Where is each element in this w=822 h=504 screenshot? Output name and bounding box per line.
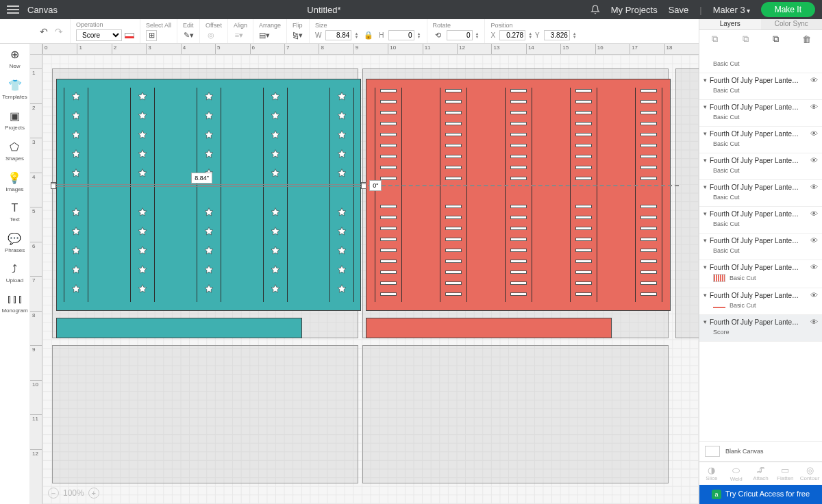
- chevron-down-icon[interactable]: ▾: [703, 157, 707, 164]
- line-swatch[interactable]: [125, 33, 134, 38]
- images-icon: 💡: [8, 171, 21, 184]
- chevron-down-icon[interactable]: ▾: [703, 318, 707, 325]
- chevron-down-icon[interactable]: ▾: [703, 77, 707, 84]
- save-button[interactable]: Save: [669, 5, 689, 15]
- star-icon: [71, 265, 81, 275]
- layer-row[interactable]: ▾Fourth Of July Paper Lante…👁Basic Cut: [699, 180, 822, 207]
- star-icon: [337, 246, 347, 255]
- blank-canvas-row[interactable]: Blank Canvas: [699, 441, 822, 462]
- op-contour: ◎Contour: [797, 462, 822, 485]
- y-stepper[interactable]: ▲▼: [573, 32, 577, 39]
- tab-color-sync[interactable]: Color Sync: [761, 19, 823, 29]
- slot: [380, 249, 397, 252]
- rotate-input[interactable]: [447, 30, 473, 40]
- mat-5[interactable]: [362, 345, 668, 483]
- layer-operation: Basic Cut: [713, 140, 740, 147]
- red-tab[interactable]: [366, 318, 612, 338]
- slot: [640, 144, 657, 147]
- chevron-down-icon[interactable]: ▾: [703, 237, 707, 244]
- width-stepper[interactable]: ▲▼: [354, 32, 358, 39]
- zoom-out-button[interactable]: −: [48, 488, 59, 499]
- layer-swatch: [713, 274, 725, 282]
- redo-button[interactable]: ↷: [55, 26, 63, 37]
- canvas-area[interactable]: 0123456789101112131415161718 12345678910…: [30, 44, 699, 504]
- left-rail-text[interactable]: TText: [10, 202, 20, 223]
- slot: [510, 155, 527, 158]
- operation-select[interactable]: Score: [76, 29, 122, 41]
- cricut-access-cta[interactable]: aTry Cricut Access for free: [699, 485, 822, 504]
- lock-icon[interactable]: 🔒: [364, 31, 373, 40]
- eye-icon[interactable]: 👁: [810, 129, 818, 138]
- select-all-button[interactable]: ⊞: [146, 30, 157, 41]
- eye-icon[interactable]: 👁: [810, 318, 818, 326]
- canvas[interactable]: 8.84"0": [42, 55, 699, 504]
- left-rail-templates[interactable]: 👕Templates: [2, 79, 27, 100]
- sel-handle-w[interactable]: [51, 184, 56, 189]
- undo-button[interactable]: ↶: [40, 26, 48, 37]
- eye-icon[interactable]: 👁: [810, 103, 818, 111]
- slot: [380, 166, 397, 169]
- rotate-stepper[interactable]: ▲▼: [475, 32, 480, 39]
- layer-row[interactable]: ▾Fourth Of July Paper Lante…👁Basic Cut: [699, 127, 822, 153]
- flip-button[interactable]: ⧎▾: [292, 30, 303, 41]
- eye-icon[interactable]: 👁: [810, 156, 818, 164]
- layer-row[interactable]: ▾Fourth Of July Paper Lante…👁Basic Cut: [699, 73, 822, 100]
- x-stepper[interactable]: ▲▼: [528, 32, 532, 39]
- layer-row[interactable]: ▾Fourth Of July Paper Lante…👁Basic Cut: [699, 288, 822, 315]
- left-rail-projects[interactable]: ▣Projects: [5, 110, 25, 131]
- layer-operation: Basic Cut: [713, 114, 740, 121]
- machine-selector[interactable]: Maker 3▾: [713, 5, 750, 15]
- left-rail-monogram[interactable]: ⫿⫿⫿Monogram: [1, 293, 27, 314]
- chevron-down-icon[interactable]: ▾: [703, 130, 707, 137]
- make-it-button[interactable]: Make It: [761, 2, 815, 17]
- layer-name: Fourth Of July Paper Lante…: [710, 237, 808, 244]
- menu-icon[interactable]: [7, 5, 19, 14]
- layer-swatch: [713, 307, 725, 308]
- eye-icon[interactable]: 👁: [810, 291, 818, 299]
- red-panel[interactable]: [366, 79, 670, 310]
- chevron-down-icon[interactable]: ▾: [703, 184, 707, 190]
- left-rail-new[interactable]: ⊕New: [9, 48, 20, 69]
- chevron-down-icon[interactable]: ▾: [703, 292, 707, 299]
- slot: [575, 238, 592, 241]
- left-rail-upload[interactable]: ⤴Upload: [6, 263, 23, 284]
- eye-icon[interactable]: 👁: [810, 210, 818, 218]
- x-input[interactable]: [499, 30, 525, 40]
- arrange-button[interactable]: ▤▾: [259, 30, 270, 41]
- layer-row[interactable]: ▾Fourth Of July Paper Lante…👁Basic Cut: [699, 260, 822, 288]
- slot: [575, 205, 592, 208]
- chevron-down-icon[interactable]: ▾: [703, 210, 707, 217]
- layer-row[interactable]: ▾Fourth Of July Paper Lante…👁Basic Cut: [699, 234, 822, 260]
- tab-layers[interactable]: Layers: [699, 19, 761, 29]
- teal-tab[interactable]: [56, 318, 302, 338]
- teal-panel[interactable]: [56, 79, 360, 310]
- bell-icon[interactable]: [590, 5, 600, 14]
- left-rail-phrases[interactable]: 💬Phrases: [5, 232, 25, 253]
- left-rail-images[interactable]: 💡Images: [5, 171, 23, 192]
- y-input[interactable]: [544, 30, 570, 40]
- mat-3[interactable]: [675, 68, 699, 338]
- my-projects-link[interactable]: My Projects: [611, 5, 658, 15]
- width-input[interactable]: [325, 30, 351, 40]
- chevron-down-icon[interactable]: ▾: [703, 103, 707, 110]
- layer-row[interactable]: ▾Fourth Of July Paper Lante…👁Score: [699, 315, 822, 342]
- height-stepper[interactable]: ▲▼: [417, 32, 421, 39]
- edit-button[interactable]: ✎▾: [183, 30, 194, 41]
- layer-row[interactable]: Basic Cut: [699, 55, 822, 73]
- mat-4[interactable]: [52, 345, 358, 483]
- eye-icon[interactable]: 👁: [810, 183, 818, 191]
- selection-box[interactable]: [53, 184, 364, 187]
- left-rail-shapes[interactable]: ⬠Shapes: [5, 140, 24, 162]
- sel-handle-e[interactable]: [361, 184, 366, 189]
- eye-icon[interactable]: 👁: [810, 263, 818, 271]
- eye-icon[interactable]: 👁: [810, 76, 818, 84]
- chevron-down-icon[interactable]: ▾: [703, 264, 707, 270]
- slot: [445, 100, 462, 103]
- layer-row[interactable]: ▾Fourth Of July Paper Lante…👁Basic Cut: [699, 207, 822, 234]
- layer-row[interactable]: ▾Fourth Of July Paper Lante…👁Basic Cut: [699, 153, 822, 180]
- ruler-corner: [30, 44, 42, 55]
- eye-icon[interactable]: 👁: [810, 236, 818, 244]
- zoom-in-button[interactable]: +: [88, 488, 99, 499]
- layer-row[interactable]: ▾Fourth Of July Paper Lante…👁Basic Cut: [699, 100, 822, 127]
- height-input[interactable]: [388, 30, 414, 40]
